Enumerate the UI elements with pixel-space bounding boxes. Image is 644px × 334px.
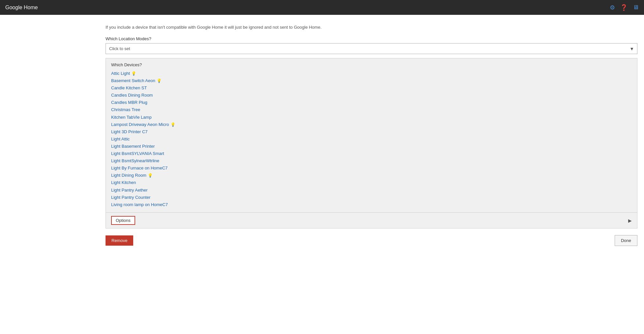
list-item[interactable]: Light Basement Printer — [111, 143, 632, 150]
options-button[interactable]: Options — [111, 216, 135, 225]
topbar-icons: ⚙ ❓ 🖥 — [610, 4, 639, 11]
devices-header: Which Devices? — [111, 62, 632, 67]
list-item[interactable]: Light Kitchen — [111, 179, 632, 186]
app-title: Google Home — [5, 5, 38, 11]
options-expand-icon[interactable]: ▶ — [628, 218, 632, 223]
remove-button[interactable]: Remove — [106, 235, 133, 246]
monitor-icon[interactable]: 🖥 — [633, 4, 639, 11]
list-item[interactable]: Light 3D Printer C7 — [111, 128, 632, 136]
device-zwave-icon: 💡 — [148, 172, 153, 179]
list-item[interactable]: Living room lamp on HomeC7 — [111, 201, 632, 208]
list-item[interactable]: Light Dining Room 💡 — [111, 172, 632, 179]
list-item[interactable]: Christmas Tree — [111, 106, 632, 113]
list-item[interactable]: Light BsmtSYLVANIA Smart — [111, 150, 632, 157]
main-content: If you include a device that isn't compa… — [0, 15, 644, 259]
location-modes-select[interactable]: Click to set — [106, 43, 637, 54]
list-item[interactable]: Basement Switch Aeon 💡 — [111, 77, 632, 84]
device-zwave-icon: 💡 — [170, 121, 175, 128]
device-zwave-icon: 💡 — [131, 70, 136, 77]
location-modes-dropdown-container: Click to set ▼ — [106, 43, 637, 54]
help-icon[interactable]: ❓ — [620, 4, 628, 11]
gear-icon[interactable]: ⚙ — [610, 4, 615, 11]
location-modes-label: Which Location Modes? — [106, 36, 637, 41]
list-item[interactable]: Light BsmtSylnearWtrline — [111, 157, 632, 165]
list-item[interactable]: Kitchen TabVle Lamp — [111, 114, 632, 121]
list-item[interactable]: Candles Dining Room — [111, 92, 632, 99]
list-item[interactable]: Candle Kitchen ST — [111, 84, 632, 92]
options-row: Options ▶ — [106, 213, 637, 228]
devices-list: Attic Light 💡Basement Switch Aeon 💡Candl… — [111, 70, 632, 208]
list-item[interactable]: Light Attic — [111, 136, 632, 143]
topbar: Google Home ⚙ ❓ 🖥 — [0, 0, 644, 15]
list-item[interactable]: Lampost Driveway Aeon Micro 💡 — [111, 121, 632, 128]
bottom-row: Remove Done — [106, 235, 637, 253]
list-item[interactable]: Attic Light 💡 — [111, 70, 632, 77]
list-item[interactable]: Candles MBR Plug — [111, 99, 632, 106]
done-button[interactable]: Done — [615, 235, 637, 246]
list-item[interactable]: Light By Furnace on HomeC7 — [111, 165, 632, 172]
device-zwave-icon: 💡 — [157, 77, 162, 84]
list-item[interactable]: Light Pantry Aether — [111, 187, 632, 194]
devices-box: Which Devices? Attic Light 💡Basement Swi… — [106, 58, 637, 213]
info-text: If you include a device that isn't compa… — [106, 25, 637, 30]
list-item[interactable]: Light Pantry Counter — [111, 194, 632, 201]
